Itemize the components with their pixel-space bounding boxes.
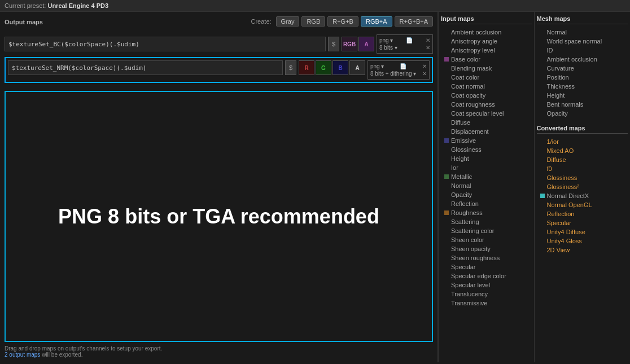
- input-map-item[interactable]: Specular level: [441, 280, 532, 290]
- converted-map-item[interactable]: Normal DirectX: [537, 191, 628, 200]
- channel-r-2[interactable]: R: [299, 60, 314, 75]
- input-map-item[interactable]: Coat specular level: [441, 109, 532, 118]
- map-dot-spacer: [444, 192, 449, 197]
- input-map-item[interactable]: Coat normal: [441, 82, 532, 91]
- mesh-map-item[interactable]: Height: [537, 91, 628, 100]
- input-map-item[interactable]: Displacement: [441, 127, 532, 136]
- channel-rgb-1[interactable]: RGB: [342, 37, 357, 51]
- map-dot-spacer: [444, 220, 449, 224]
- close-2[interactable]: ✕: [422, 63, 427, 69]
- map-item-label: Coat specular level: [451, 110, 504, 117]
- input-map-item[interactable]: Height: [441, 154, 532, 163]
- input-map-item[interactable]: Diffuse: [441, 118, 532, 127]
- input-map-item[interactable]: Emissive: [441, 136, 532, 145]
- mesh-map-item[interactable]: World space normal: [537, 37, 628, 46]
- map-dot-spacer: [444, 283, 449, 287]
- mesh-map-item[interactable]: ID: [537, 46, 628, 55]
- close-bits-1[interactable]: ✕: [426, 45, 430, 51]
- output-maps-header: Output maps: [5, 19, 43, 25]
- channel-a-2[interactable]: A: [349, 60, 365, 75]
- mesh-map-label: Thickness: [547, 83, 575, 90]
- mesh-map-label: Normal: [547, 29, 567, 36]
- input-map-item[interactable]: Scattering color: [441, 226, 532, 235]
- input-map-item[interactable]: Base color: [441, 55, 532, 64]
- map-dot-spacer: [444, 111, 449, 116]
- export-suffix: will be exported.: [42, 352, 82, 358]
- output-name-2[interactable]: [8, 60, 283, 75]
- input-map-item[interactable]: Sheen color: [441, 235, 532, 244]
- create-rgb-plus-b-btn[interactable]: R+G+B: [327, 16, 358, 27]
- converted-map-label: Mixed AO: [547, 147, 574, 154]
- input-map-item[interactable]: Ambient occlusion: [441, 28, 532, 37]
- converted-map-item[interactable]: Unity4 Diffuse: [537, 227, 628, 236]
- dollar-btn-1[interactable]: $: [328, 37, 339, 51]
- input-map-item[interactable]: Metallic: [441, 172, 532, 181]
- input-map-item[interactable]: Reflection: [441, 199, 532, 208]
- mesh-map-item[interactable]: Bent normals: [537, 100, 628, 109]
- input-map-item[interactable]: Coat opacity: [441, 91, 532, 100]
- converted-section: Converted maps 1/iorMixed AODiffusef0Glo…: [537, 125, 628, 255]
- input-map-item[interactable]: Opacity: [441, 190, 532, 199]
- close-1[interactable]: ✕: [426, 37, 430, 43]
- input-map-item[interactable]: Translucency: [441, 290, 532, 299]
- map-item-label: Sheen roughness: [451, 255, 500, 261]
- output-name-1[interactable]: [5, 37, 326, 51]
- input-map-item[interactable]: Scattering: [441, 217, 532, 226]
- input-map-item[interactable]: Coat color: [441, 73, 532, 82]
- map-dot-spacer: [444, 238, 449, 242]
- input-map-item[interactable]: Sheen roughness: [441, 253, 532, 262]
- create-rgba-btn[interactable]: RGB+A: [361, 16, 392, 27]
- converted-map-item[interactable]: 1/ior: [537, 137, 628, 146]
- converted-map-label: Normal OpenGL: [547, 201, 592, 208]
- input-map-item[interactable]: Roughness: [441, 208, 532, 217]
- input-map-item[interactable]: Normal: [441, 181, 532, 190]
- map-item-label: Metallic: [451, 173, 472, 180]
- converted-map-item[interactable]: Specular: [537, 218, 628, 227]
- input-map-item[interactable]: Ior: [441, 163, 532, 172]
- converted-map-item[interactable]: Normal OpenGL: [537, 200, 628, 209]
- mesh-map-item[interactable]: Curvature: [537, 64, 628, 73]
- converted-map-item[interactable]: Glossiness: [537, 173, 628, 182]
- converted-map-item[interactable]: Diffuse: [537, 155, 628, 164]
- map-dot-spacer: [444, 120, 449, 125]
- map-item-label: Sheen opacity: [451, 245, 491, 252]
- channel-b-2[interactable]: B: [333, 60, 348, 75]
- mesh-map-label: Bent normals: [547, 101, 584, 108]
- input-map-item[interactable]: Blending mask: [441, 64, 532, 73]
- converted-map-item[interactable]: Glossiness²: [537, 182, 628, 191]
- input-map-item[interactable]: Glossiness: [441, 145, 532, 154]
- converted-map-item[interactable]: 2D View: [537, 245, 628, 255]
- mesh-map-item[interactable]: Opacity: [537, 109, 628, 118]
- converted-map-item[interactable]: Mixed AO: [537, 146, 628, 155]
- channel-a-1[interactable]: A: [358, 37, 374, 51]
- mesh-map-item[interactable]: Normal: [537, 28, 628, 37]
- recommendation-box: PNG 8 bits or TGA recommended: [5, 91, 433, 342]
- channel-g-2[interactable]: G: [316, 60, 331, 75]
- create-r-g-b-a-btn[interactable]: R+G+B+A: [395, 16, 433, 27]
- mesh-map-item[interactable]: Position: [537, 73, 628, 82]
- input-map-item[interactable]: Coat roughness: [441, 100, 532, 109]
- input-map-item[interactable]: Anisotropy level: [441, 46, 532, 55]
- converted-map-item[interactable]: Reflection: [537, 209, 628, 218]
- input-map-item[interactable]: Specular: [441, 262, 532, 271]
- export-count-row: 2 output maps will be exported.: [5, 352, 433, 358]
- map-dot-spacer: [444, 39, 449, 43]
- converted-map-item[interactable]: f0: [537, 164, 628, 173]
- converted-map-item[interactable]: Unity4 Gloss: [537, 236, 628, 245]
- create-row: Create: Gray RGB R+G+B RGB+A R+G+B+A: [251, 16, 433, 27]
- input-map-item[interactable]: Transmissive: [441, 299, 532, 308]
- map-dot-spacer: [444, 75, 449, 80]
- input-map-item[interactable]: Sheen opacity: [441, 244, 532, 253]
- file-icon-2[interactable]: 📄: [400, 63, 406, 69]
- file-icon-1[interactable]: 📄: [406, 37, 413, 43]
- input-map-item[interactable]: Anisotropy angle: [441, 37, 532, 46]
- mesh-map-item[interactable]: Ambient occlusion: [537, 55, 628, 64]
- input-maps-header: Input maps: [441, 15, 532, 24]
- create-gray-btn[interactable]: Gray: [276, 16, 300, 27]
- dollar-btn-2[interactable]: $: [285, 60, 296, 75]
- converted-map-label: Unity4 Gloss: [547, 238, 582, 244]
- input-map-item[interactable]: Specular edge color: [441, 271, 532, 280]
- create-rgb-btn[interactable]: RGB: [301, 16, 325, 27]
- close-bits-2[interactable]: ✕: [422, 71, 427, 77]
- mesh-map-item[interactable]: Thickness: [537, 82, 628, 91]
